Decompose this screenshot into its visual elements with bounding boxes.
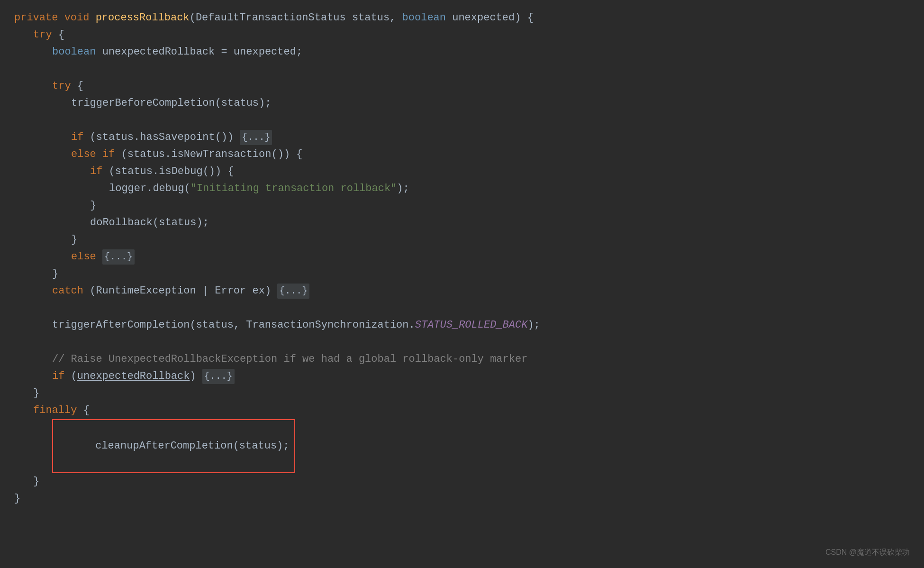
paren-open: ( bbox=[190, 9, 196, 26]
type-DefaultTransactionStatus: DefaultTransactionStatus bbox=[196, 9, 346, 26]
semicolon-1: ); bbox=[397, 180, 409, 197]
code-line-21: // Raise UnexpectedRollbackException if … bbox=[52, 351, 910, 368]
code-line-9: else if (status.isNewTransaction()) { bbox=[71, 146, 910, 163]
code-line-14: } bbox=[71, 231, 910, 248]
keyword-boolean: boolean bbox=[402, 9, 446, 26]
code-line-17: catch (RuntimeException | Error ex) {...… bbox=[52, 283, 910, 300]
keyword-if-1: if bbox=[71, 129, 90, 146]
code-line-7 bbox=[14, 112, 910, 129]
code-line-26: } bbox=[33, 473, 910, 490]
code-line-16: } bbox=[52, 266, 910, 283]
space bbox=[446, 9, 452, 26]
code-line-8: if (status.hasSavepoint()) {...} bbox=[71, 129, 910, 146]
code-line-6: triggerBeforeCompletion(status); bbox=[71, 95, 910, 112]
code-line-24: finally { bbox=[33, 402, 910, 419]
comment-raise: // Raise UnexpectedRollbackException if … bbox=[52, 351, 527, 367]
collapsed-1[interactable]: {...} bbox=[240, 130, 272, 145]
code-line-15: else {...} bbox=[71, 248, 910, 266]
paren-close-2: ) bbox=[190, 368, 202, 385]
code-line-4 bbox=[14, 61, 910, 78]
keyword-try-outer: try bbox=[33, 27, 58, 43]
if-condition-1: (status.hasSavepoint()) bbox=[90, 129, 240, 146]
code-line-22: if ( unexpectedRollback ) {...} bbox=[52, 368, 910, 385]
code-line-13: doRollback(status); bbox=[90, 214, 910, 231]
brace-close-try-inner: } bbox=[52, 266, 58, 282]
keyword-if-unexpected: if bbox=[52, 368, 71, 385]
keyword-void: void bbox=[64, 9, 96, 26]
brace-close-elseif: } bbox=[71, 231, 77, 248]
code-line-19: triggerAfterCompletion(status, Transacti… bbox=[52, 317, 910, 334]
else-if-condition: (status.isNewTransaction()) { bbox=[121, 146, 303, 163]
method-triggerBefore: triggerBeforeCompletion(status); bbox=[71, 95, 271, 111]
brace-close-finally: } bbox=[33, 473, 39, 490]
paren-open-2: ( bbox=[71, 368, 77, 385]
var-ref-unexpectedRollback: unexpectedRollback bbox=[77, 368, 190, 385]
param-status: status, bbox=[346, 9, 402, 26]
highlighted-cleanup: cleanupAfterCompletion(status); bbox=[52, 419, 295, 473]
keyword-catch: catch bbox=[52, 283, 90, 299]
brace-close-method: } bbox=[14, 490, 20, 507]
keyword-try-inner: try bbox=[52, 78, 77, 94]
keyword-private: private bbox=[14, 9, 64, 26]
collapsed-4[interactable]: {...} bbox=[202, 369, 235, 384]
catch-params: (RuntimeException | Error ex) bbox=[90, 283, 277, 299]
keyword-boolean-2: boolean bbox=[52, 44, 102, 60]
code-editor: private void processRollback ( DefaultTr… bbox=[0, 0, 924, 568]
constant-status-rolled-back: STATUS_ROLLED_BACK bbox=[415, 317, 528, 333]
if-debug-condition: (status.isDebug()) { bbox=[109, 163, 234, 180]
code-line-12: } bbox=[90, 197, 910, 214]
var-unexpectedRollback: unexpectedRollback = unexpected; bbox=[102, 44, 302, 60]
code-line-27: } bbox=[14, 490, 910, 507]
code-line-3: boolean unexpectedRollback = unexpected; bbox=[52, 44, 910, 61]
method-doRollback: doRollback(status); bbox=[90, 214, 209, 231]
code-line-10: if (status.isDebug()) { bbox=[90, 163, 910, 180]
keyword-else: else bbox=[71, 248, 102, 265]
collapsed-2[interactable]: {...} bbox=[102, 249, 135, 265]
code-line-2: try { bbox=[33, 27, 910, 44]
code-line-5: try { bbox=[52, 78, 910, 95]
keyword-else-if: else if bbox=[71, 146, 121, 163]
logger-debug-call: logger.debug( bbox=[109, 180, 190, 197]
code-line-18 bbox=[14, 300, 910, 317]
code-line-23: } bbox=[33, 385, 910, 402]
semicolon-2: ); bbox=[527, 317, 540, 333]
code-line-20 bbox=[14, 334, 910, 351]
watermark: CSDN @魔道不误砍柴功 bbox=[825, 546, 910, 559]
method-cleanup: cleanupAfterCompletion(status); bbox=[95, 440, 289, 452]
brace-close-try-outer: } bbox=[33, 385, 39, 402]
brace-open-finally: { bbox=[83, 402, 90, 419]
code-line-25: cleanupAfterCompletion(status); bbox=[52, 419, 910, 473]
collapsed-3[interactable]: {...} bbox=[277, 284, 309, 299]
brace-open-outer: { bbox=[58, 27, 64, 43]
method-processRollback: processRollback bbox=[96, 9, 190, 26]
code-line-11: logger.debug( "Initiating transaction ro… bbox=[109, 180, 910, 197]
method-triggerAfter: triggerAfterCompletion(status, Transacti… bbox=[52, 317, 415, 333]
brace-open-inner: { bbox=[77, 78, 83, 94]
code-line-1: private void processRollback ( DefaultTr… bbox=[14, 9, 910, 27]
param-unexpected: unexpected bbox=[452, 9, 515, 26]
paren-close-brace: ) { bbox=[515, 9, 534, 26]
keyword-finally: finally bbox=[33, 402, 83, 419]
keyword-if-debug: if bbox=[90, 163, 109, 180]
string-initiating: "Initiating transaction rollback" bbox=[190, 180, 397, 197]
brace-close-debug: } bbox=[90, 197, 96, 214]
